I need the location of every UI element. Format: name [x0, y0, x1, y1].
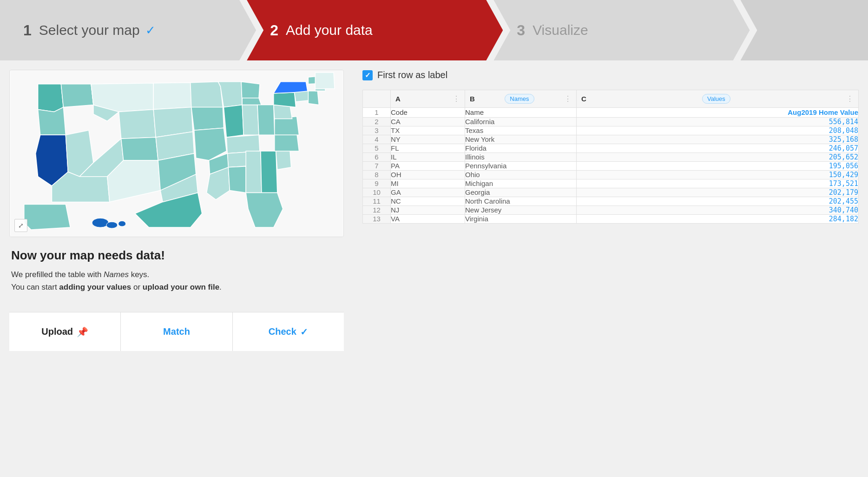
cell-code[interactable]: VA — [391, 214, 465, 223]
upload-icon: 📌 — [77, 326, 88, 338]
svg-point-48 — [92, 218, 109, 227]
table-row: 1CodeNameAug2019 Home Value — [363, 108, 859, 118]
svg-marker-34 — [261, 151, 277, 193]
cell-value: Aug2019 Home Value — [577, 108, 859, 118]
cell-value[interactable]: 284,182 — [577, 214, 859, 223]
cell-name[interactable]: California — [465, 117, 577, 126]
cell-code[interactable]: NC — [391, 197, 465, 205]
cell-value[interactable]: 202,179 — [577, 188, 859, 197]
col-c-drag-icon[interactable]: ⋮ — [846, 94, 854, 103]
info-paragraph-1: We prefilled the table with Names keys. — [11, 268, 342, 281]
tab-check[interactable]: Check ✓ — [233, 312, 344, 351]
step-3-number: 3 — [517, 22, 525, 39]
col-c-tag[interactable]: Values — [702, 94, 730, 104]
table-row: 9MIMichigan173,521 — [363, 179, 859, 188]
cell-code[interactable]: IL — [391, 152, 465, 161]
first-row-label-text: First row as label — [377, 70, 447, 80]
cell-name[interactable]: Virginia — [465, 214, 577, 223]
cell-name[interactable]: New York — [465, 135, 577, 144]
svg-point-50 — [118, 221, 126, 226]
svg-marker-32 — [228, 166, 246, 193]
table-row: 4NYNew York325,168 — [363, 135, 859, 144]
us-map-svg — [10, 70, 343, 237]
cell-name[interactable]: Illinois — [465, 152, 577, 161]
svg-marker-27 — [257, 105, 275, 135]
svg-marker-36 — [276, 149, 291, 170]
table-row: 5FLFlorida246,057 — [363, 144, 859, 152]
cell-value[interactable]: 173,521 — [577, 179, 859, 188]
cell-value[interactable]: 202,455 — [577, 197, 859, 205]
svg-marker-18 — [191, 107, 224, 131]
first-row-checkbox[interactable] — [362, 70, 373, 80]
svg-marker-40 — [274, 93, 296, 107]
cell-name[interactable]: Ohio — [465, 170, 577, 179]
cell-value[interactable]: 325,168 — [577, 135, 859, 144]
svg-marker-43 — [308, 91, 319, 105]
col-b-drag-icon[interactable]: ⋮ — [564, 94, 572, 103]
step-2[interactable]: 2 Add your data — [247, 0, 503, 60]
first-row-label-row: First row as label — [362, 70, 859, 80]
svg-marker-39 — [274, 105, 292, 119]
cell-code[interactable]: NJ — [391, 205, 465, 214]
info-heading: Now your map needs data! — [11, 248, 342, 263]
table-body: 1CodeNameAug2019 Home Value2CACalifornia… — [363, 108, 859, 224]
svg-marker-47 — [24, 204, 70, 230]
cell-code[interactable]: FL — [391, 144, 465, 152]
step-3[interactable]: 3 Visualize — [493, 0, 750, 60]
cell-value[interactable]: 195,056 — [577, 161, 859, 170]
steps-bar: 1 Select your map ✓ 2 Add your data 3 Vi… — [0, 0, 868, 60]
table-row: 7PAPennsylvania195,056 — [363, 161, 859, 170]
row-number: 4 — [363, 135, 391, 144]
cell-name[interactable]: New Jersey — [465, 205, 577, 214]
cell-value[interactable]: 340,740 — [577, 205, 859, 214]
cell-name: Name — [465, 108, 577, 118]
cell-code[interactable]: PA — [391, 161, 465, 170]
col-c-letter: C — [581, 95, 586, 103]
data-table: A ⋮ B Names ⋮ C Valu — [362, 90, 859, 224]
cell-code[interactable]: TX — [391, 126, 465, 135]
cell-name[interactable]: Texas — [465, 126, 577, 135]
cell-code[interactable]: OH — [391, 170, 465, 179]
expand-icon[interactable]: ⤢ — [14, 219, 27, 232]
tab-match[interactable]: Match — [121, 312, 232, 351]
step-2-label: Add your data — [286, 22, 373, 38]
col-a-drag-icon[interactable]: ⋮ — [453, 94, 460, 103]
row-number: 3 — [363, 126, 391, 135]
cell-name[interactable]: North Carolina — [465, 197, 577, 205]
cell-name[interactable]: Pennsylvania — [465, 161, 577, 170]
col-a-letter: A — [395, 95, 401, 103]
svg-marker-8 — [119, 110, 156, 139]
svg-marker-2 — [61, 84, 93, 107]
check-label: Check — [269, 326, 296, 337]
svg-marker-46 — [315, 73, 335, 89]
cell-name[interactable]: Michigan — [465, 179, 577, 188]
tab-upload[interactable]: Upload 📌 — [9, 312, 121, 351]
cell-value[interactable]: 208,048 — [577, 126, 859, 135]
cell-name[interactable]: Georgia — [465, 188, 577, 197]
col-b-header: B Names ⋮ — [465, 90, 577, 108]
row-number: 6 — [363, 152, 391, 161]
svg-marker-1 — [38, 84, 64, 112]
cell-code[interactable]: CA — [391, 117, 465, 126]
svg-marker-10 — [121, 137, 158, 160]
row-number: 9 — [363, 179, 391, 188]
cell-code[interactable]: NY — [391, 135, 465, 144]
cell-code[interactable]: GA — [391, 188, 465, 197]
cell-code[interactable]: MI — [391, 179, 465, 188]
svg-marker-28 — [226, 135, 260, 153]
check-checkmark-icon: ✓ — [300, 326, 308, 338]
cell-name[interactable]: Florida — [465, 144, 577, 152]
step-1-number: 1 — [23, 22, 32, 39]
info-text: Now your map needs data! We prefilled th… — [9, 248, 344, 293]
col-c-header: C Values ⋮ — [577, 90, 859, 108]
cell-value[interactable]: 556,814 — [577, 117, 859, 126]
svg-marker-37 — [275, 132, 299, 151]
cell-value[interactable]: 246,057 — [577, 144, 859, 152]
row-number: 5 — [363, 144, 391, 152]
col-b-tag[interactable]: Names — [505, 94, 534, 104]
cell-value[interactable]: 150,429 — [577, 170, 859, 179]
step-1[interactable]: 1 Select your map ✓ — [0, 0, 256, 60]
row-num-header — [363, 90, 391, 108]
row-number: 12 — [363, 205, 391, 214]
cell-value[interactable]: 205,652 — [577, 152, 859, 161]
